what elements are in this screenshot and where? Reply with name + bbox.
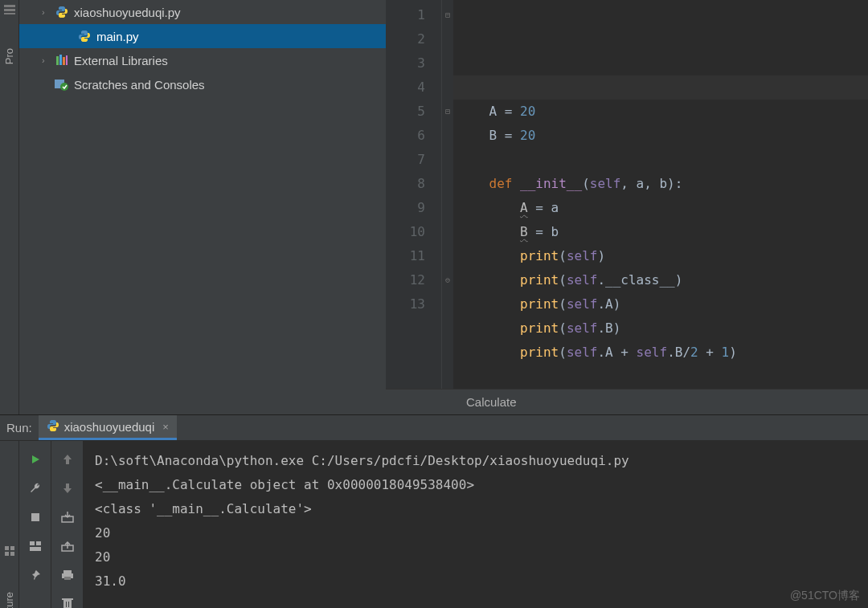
structure-tool-icon[interactable] [4, 545, 15, 560]
tree-item-label: xiaoshuoyueduqi.py [74, 6, 181, 19]
svg-rect-25 [68, 602, 69, 607]
tree-item-external-libraries[interactable]: ›External Libraries [19, 48, 386, 72]
run-panel: Run: xiaoshuoyueduqi × Structure avorite… [0, 414, 868, 608]
python-file-icon [55, 5, 69, 19]
run-tab-label: xiaoshuoyueduqi [64, 420, 155, 434]
wrench-icon[interactable] [27, 479, 44, 497]
svg-rect-13 [31, 513, 39, 521]
svg-rect-19 [63, 570, 72, 573]
console-output[interactable]: D:\soft\Anaconda\python.exe C:/Users/pdc… [84, 441, 868, 608]
scratch-icon [55, 77, 69, 92]
import-icon[interactable] [59, 537, 76, 555]
run-header: Run: xiaoshuoyueduqi × [0, 415, 868, 441]
svg-rect-1 [4, 9, 15, 11]
svg-rect-2 [4, 13, 15, 14]
export-icon[interactable] [59, 508, 76, 526]
project-tree[interactable]: ›xiaoshuoyueduqi.pymain.py›External Libr… [19, 0, 386, 414]
library-icon [55, 53, 69, 67]
code-editor[interactable]: 12345678910111213 ⊟⊟⊖ class Calculate: A… [386, 0, 868, 414]
run-label: Run: [3, 421, 32, 435]
svg-rect-14 [30, 541, 35, 545]
breadcrumb[interactable]: Calculate [386, 389, 868, 414]
tree-item-xiaoshuoyueduqi-py[interactable]: ›xiaoshuoyueduqi.py [19, 0, 386, 24]
svg-rect-15 [36, 541, 41, 545]
svg-point-8 [60, 83, 68, 91]
run-tool-column-b [51, 441, 84, 608]
svg-rect-6 [66, 55, 68, 65]
svg-rect-3 [56, 56, 59, 65]
tree-item-label: main.py [96, 30, 139, 43]
layout-icon[interactable] [27, 537, 44, 555]
svg-rect-11 [5, 552, 9, 556]
svg-rect-12 [10, 552, 14, 556]
side-tool-strip: Structure avorites [0, 441, 19, 608]
tree-item-label: Scratches and Consoles [74, 78, 205, 92]
down-arrow-icon[interactable] [59, 479, 76, 497]
tree-item-label: External Libraries [74, 54, 168, 67]
run-tool-column-a [19, 441, 51, 608]
current-line-highlight [453, 75, 868, 100]
editor-gutter: 12345678910111213 [386, 0, 442, 389]
svg-rect-4 [59, 55, 62, 65]
run-tab[interactable]: xiaoshuoyueduqi × [39, 415, 177, 440]
print-icon[interactable] [59, 566, 76, 584]
run-button[interactable] [27, 451, 44, 468]
pin-icon[interactable] [27, 566, 44, 584]
svg-rect-10 [10, 546, 14, 550]
project-tool-label[interactable]: Pro [3, 48, 15, 64]
project-tool-icon[interactable] [3, 3, 16, 16]
svg-rect-9 [5, 546, 9, 550]
close-icon[interactable]: × [162, 421, 169, 433]
svg-rect-5 [63, 57, 65, 65]
python-file-icon [77, 29, 92, 43]
svg-rect-0 [4, 5, 15, 7]
watermark: @51CTO博客 [790, 589, 860, 603]
structure-tool-label[interactable]: Structure [3, 592, 15, 608]
up-arrow-icon[interactable] [59, 451, 76, 468]
editor-code-area[interactable]: class Calculate: A = 20 B = 20 def __ini… [453, 0, 868, 389]
trash-icon[interactable] [59, 595, 76, 608]
svg-rect-21 [64, 577, 71, 580]
tree-item-scratches-and-consoles[interactable]: Scratches and Consoles [19, 72, 386, 96]
python-icon [47, 419, 59, 435]
svg-rect-16 [30, 547, 41, 551]
svg-rect-24 [66, 602, 67, 607]
stop-button[interactable] [27, 508, 44, 526]
left-tool-strip: Pro [0, 0, 19, 414]
tree-item-main-py[interactable]: main.py [19, 24, 386, 48]
svg-rect-22 [63, 600, 72, 608]
editor-fold-column[interactable]: ⊟⊟⊖ [442, 0, 453, 389]
svg-rect-23 [62, 598, 73, 600]
breadcrumb-item[interactable]: Calculate [466, 395, 517, 409]
